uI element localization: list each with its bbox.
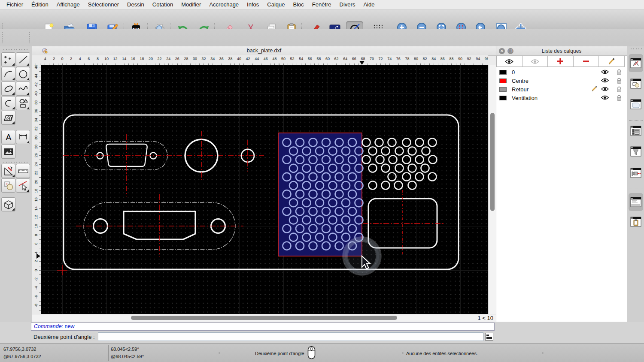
panel-title: Liste des calques [496, 48, 627, 54]
edit-layer-button[interactable] [598, 56, 625, 67]
layer-visibility-eye-icon[interactable] [601, 68, 609, 76]
horizontal-scrollbar-thumb[interactable] [131, 316, 397, 320]
layer-list-dock-button[interactable] [629, 54, 643, 72]
measure-tool-button[interactable] [16, 164, 30, 178]
toolbar-drag-handle[interactable] [28, 31, 30, 43]
vent-hole[interactable] [382, 181, 390, 190]
block-list-dock-button[interactable] [629, 77, 642, 90]
vent-hole[interactable] [416, 156, 424, 164]
vent-hole[interactable] [369, 147, 377, 155]
vent-hole[interactable] [428, 173, 437, 181]
menu-item-sélectionner[interactable]: Sélectionner [88, 1, 119, 8]
hatch-tool-button[interactable] [1, 111, 15, 125]
vent-hole[interactable] [403, 156, 411, 164]
layer-visibility-eye-icon[interactable] [601, 94, 609, 102]
remove-layer-button[interactable] [573, 56, 599, 67]
vent-hole[interactable] [369, 164, 377, 172]
layer-row-ventilation[interactable]: Ventilation [496, 94, 627, 102]
order-tool-button[interactable] [1, 178, 15, 193]
menu-item-divers[interactable]: Divers [340, 1, 355, 8]
vent-hole[interactable] [362, 156, 371, 164]
vent-hole[interactable] [382, 147, 390, 155]
command-line-dock-button[interactable] [629, 193, 643, 211]
panel-titlebar[interactable]: ✕ ❐ Liste des calques [496, 46, 627, 56]
vent-hole[interactable] [369, 181, 377, 190]
layer-row-0[interactable]: 0 [496, 68, 627, 76]
plate-outline[interactable] [64, 115, 459, 269]
vent-hole[interactable] [389, 156, 397, 164]
palette-drag-handle[interactable] [3, 49, 28, 51]
polygon-tool-button[interactable] [16, 96, 30, 110]
vent-hole[interactable] [382, 164, 390, 172]
toolbar-drag-handle[interactable] [1, 31, 3, 43]
menu-item-cotation[interactable]: Cotation [152, 1, 173, 8]
vent-hole[interactable] [395, 181, 403, 190]
vertical-scrollbar-thumb[interactable] [490, 113, 495, 211]
3d-box-tool-button[interactable] [1, 197, 15, 211]
menu-item-aide[interactable]: Aide [363, 1, 374, 8]
menu-item-fenêtre[interactable]: Fenêtre [312, 1, 331, 8]
keyboard-toggle-button[interactable] [485, 333, 493, 341]
add-layer-button[interactable] [547, 56, 574, 67]
vent-hole[interactable] [408, 147, 416, 155]
library-browser-dock-button[interactable] [629, 98, 642, 111]
menu-item-édition[interactable]: Édition [31, 1, 49, 8]
menu-item-dessin[interactable]: Dessin [127, 1, 144, 8]
laser-dock-button[interactable] [629, 166, 642, 179]
layer-row-centre[interactable]: Centre [496, 76, 627, 85]
dock-drag-handle[interactable] [630, 48, 642, 50]
clipboard-dock-button[interactable] [629, 215, 642, 228]
vent-hole[interactable] [408, 164, 416, 172]
entity-list-dock-button[interactable] [629, 124, 642, 137]
ellipse-tool-button[interactable] [1, 81, 15, 96]
vent-hole[interactable] [376, 156, 384, 164]
vent-hole[interactable] [388, 139, 396, 147]
vertical-scrollbar[interactable] [488, 65, 496, 314]
drawing-canvas[interactable] [41, 65, 488, 314]
vent-hole[interactable] [428, 139, 437, 147]
vent-hole[interactable] [422, 147, 430, 155]
line-tool-button[interactable] [16, 52, 30, 66]
circle-tool-button[interactable] [16, 67, 30, 81]
show-all-layers-button[interactable] [496, 56, 522, 67]
arc-tool-button[interactable] [1, 67, 15, 81]
menu-item-infos[interactable]: Infos [247, 1, 259, 8]
layer-row-retour[interactable]: Retour [496, 85, 627, 94]
modify-attributes-tool-button[interactable] [16, 178, 30, 193]
vent-hole[interactable] [395, 147, 404, 155]
vent-hole[interactable] [375, 139, 383, 147]
menu-item-fichier[interactable]: Fichier [6, 1, 23, 8]
vent-hole[interactable] [408, 181, 416, 190]
menu-item-bloc[interactable]: Bloc [293, 1, 304, 8]
text-tool-button[interactable]: A [1, 130, 15, 144]
menu-item-accrochage[interactable]: Accrochage [209, 1, 239, 8]
hide-all-layers-button[interactable] [522, 56, 548, 67]
vent-holes [362, 139, 437, 190]
modify-tool-button[interactable] [1, 164, 15, 178]
vent-hole[interactable] [362, 139, 371, 147]
spline-tool-button[interactable] [16, 81, 30, 96]
layer-lock-icon[interactable] [617, 95, 622, 103]
horizontal-scrollbar[interactable]: 1 < 10 [32, 314, 496, 322]
vent-hole[interactable] [388, 173, 396, 181]
palette-drag-handle[interactable] [3, 161, 28, 163]
vent-hole[interactable] [429, 156, 437, 164]
vent-hole[interactable] [416, 173, 424, 181]
vent-hole[interactable] [395, 164, 404, 172]
points-tool-button[interactable] [1, 52, 15, 66]
vent-hole[interactable] [403, 173, 411, 181]
menu-item-affichage[interactable]: Affichage [57, 1, 80, 8]
vent-hole[interactable] [416, 139, 424, 147]
menu-item-modifier[interactable]: Modifier [181, 1, 201, 8]
layer-visibility-eye-icon[interactable] [601, 77, 609, 84]
dimension-tool-button[interactable] [16, 130, 30, 144]
drawing-window-titlebar[interactable]: back_plate.dxf [32, 46, 496, 56]
vent-hole[interactable] [421, 164, 429, 172]
menu-item-calque[interactable]: Calque [267, 1, 285, 8]
image-tool-button[interactable] [1, 145, 15, 159]
command-input[interactable] [98, 332, 483, 341]
polyline-tool-button[interactable] [1, 96, 15, 110]
vent-hole[interactable] [403, 139, 411, 147]
filter-dock-button[interactable] [629, 145, 642, 158]
layer-visibility-eye-icon[interactable] [601, 85, 609, 93]
